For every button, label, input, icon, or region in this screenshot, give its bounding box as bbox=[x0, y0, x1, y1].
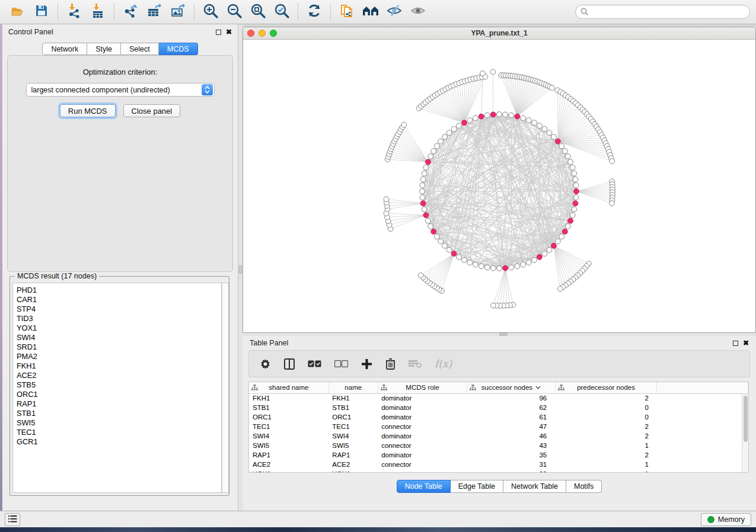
table-row[interactable]: SWI4SWI4dominator462 bbox=[249, 431, 748, 441]
table-row[interactable]: RAP1RAP1dominator352 bbox=[249, 450, 748, 460]
table-settings-gear-icon[interactable] bbox=[260, 358, 271, 370]
delete-column-icon[interactable] bbox=[385, 358, 395, 370]
memory-button[interactable]: Memory bbox=[701, 513, 751, 526]
network-node[interactable] bbox=[420, 177, 426, 182]
network-node[interactable] bbox=[562, 149, 567, 154]
float-table-panel-icon[interactable] bbox=[733, 341, 738, 346]
cell-name[interactable]: ACE2 bbox=[328, 460, 378, 469]
tab-select[interactable]: Select bbox=[121, 43, 159, 55]
import-network-button[interactable] bbox=[62, 2, 86, 22]
mcds-hub-node[interactable] bbox=[451, 251, 457, 257]
run-mcds-button[interactable]: Run MCDS bbox=[60, 104, 116, 117]
close-panel-icon[interactable]: ✖ bbox=[226, 30, 232, 35]
network-node[interactable] bbox=[491, 303, 496, 308]
mcds-hub-node[interactable] bbox=[431, 229, 436, 235]
network-titlebar[interactable]: YPA_prune.txt_1 bbox=[243, 27, 755, 40]
column-header-successor-nodes[interactable]: successor nodes bbox=[467, 382, 556, 393]
mcds-hub-node[interactable] bbox=[462, 120, 467, 126]
network-node[interactable] bbox=[556, 239, 561, 244]
network-node[interactable] bbox=[462, 257, 467, 262]
vertical-splitter-handle[interactable] bbox=[239, 265, 242, 274]
mcds-result-item[interactable]: TEC1 bbox=[17, 428, 221, 437]
network-node[interactable] bbox=[547, 248, 552, 253]
mcds-result-scrollbar[interactable] bbox=[222, 283, 229, 493]
cell-successor_nodes[interactable]: 62 bbox=[467, 403, 556, 412]
zoom-in-button[interactable] bbox=[199, 2, 222, 22]
network-node[interactable] bbox=[551, 134, 557, 140]
cell-mcds_role[interactable]: connector bbox=[378, 469, 467, 473]
network-node[interactable] bbox=[384, 197, 389, 202]
first-neighbors-button[interactable] bbox=[359, 2, 382, 22]
column-header-MCDS-role[interactable]: MCDS role bbox=[378, 382, 467, 393]
import-table-button[interactable] bbox=[86, 2, 110, 22]
cell-name[interactable]: YOX1 bbox=[328, 469, 378, 473]
mcds-result-item[interactable]: YOX1 bbox=[17, 323, 221, 333]
cell-shared_name[interactable]: YOX1 bbox=[249, 469, 328, 473]
network-node[interactable] bbox=[431, 149, 436, 154]
cell-predecessor_nodes[interactable]: 1 bbox=[555, 460, 657, 469]
mcds-result-item[interactable]: ACE2 bbox=[17, 371, 221, 380]
network-node[interactable] bbox=[446, 248, 452, 253]
unselect-all-columns-icon[interactable] bbox=[334, 360, 348, 367]
network-node[interactable] bbox=[479, 264, 484, 269]
network-node[interactable] bbox=[526, 260, 531, 265]
mcds-result-item[interactable]: CAR1 bbox=[17, 295, 221, 305]
network-node[interactable] bbox=[570, 165, 575, 170]
cell-name[interactable]: ORC1 bbox=[328, 412, 378, 422]
network-node[interactable] bbox=[438, 239, 444, 244]
close-panel-button[interactable]: Close panel bbox=[123, 104, 181, 117]
column-header-shared-name[interactable]: shared name bbox=[249, 382, 328, 393]
network-node[interactable] bbox=[426, 218, 431, 223]
select-all-columns-icon[interactable] bbox=[308, 360, 321, 367]
cell-predecessor_nodes[interactable]: 2 bbox=[555, 422, 657, 431]
network-node[interactable] bbox=[573, 177, 578, 182]
cell-mcds_role[interactable]: connector bbox=[378, 460, 467, 469]
mcds-hub-node[interactable] bbox=[573, 201, 578, 206]
cell-shared_name[interactable]: SWI4 bbox=[249, 431, 328, 441]
table-row[interactable]: TEC1TEC1connector472 bbox=[249, 422, 748, 431]
network-node[interactable] bbox=[547, 130, 552, 136]
cell-name[interactable]: SWI5 bbox=[328, 441, 378, 450]
float-panel-icon[interactable] bbox=[216, 30, 221, 35]
cell-successor_nodes[interactable]: 29 bbox=[467, 469, 556, 473]
mcds-result-item[interactable]: STP4 bbox=[17, 305, 221, 314]
network-node[interactable] bbox=[438, 139, 444, 144]
mcds-result-item[interactable]: RAP1 bbox=[17, 399, 221, 409]
mcds-hub-node[interactable] bbox=[426, 159, 431, 165]
zoom-selected-button[interactable] bbox=[270, 2, 294, 22]
open-session-button[interactable] bbox=[6, 2, 30, 22]
network-canvas[interactable] bbox=[243, 40, 755, 333]
cell-name[interactable]: SWI4 bbox=[328, 431, 378, 441]
cell-predecessor_nodes[interactable]: 0 bbox=[555, 412, 657, 422]
network-node[interactable] bbox=[526, 118, 531, 123]
cell-predecessor_nodes[interactable]: 2 bbox=[555, 431, 657, 441]
cell-name[interactable]: TEC1 bbox=[328, 422, 378, 431]
export-network-button[interactable] bbox=[119, 2, 142, 22]
network-node[interactable] bbox=[559, 234, 564, 239]
cell-name[interactable]: FKH1 bbox=[328, 393, 378, 403]
mcds-hub-node[interactable] bbox=[503, 265, 508, 271]
add-column-icon[interactable] bbox=[361, 358, 372, 370]
network-node[interactable] bbox=[559, 143, 564, 149]
mcds-result-item[interactable]: STB1 bbox=[17, 409, 221, 418]
table-tab-edge-table[interactable]: Edge Table bbox=[451, 480, 503, 493]
network-node[interactable] bbox=[442, 243, 448, 249]
cell-mcds_role[interactable]: connector bbox=[378, 422, 467, 431]
mcds-result-item[interactable]: PMA2 bbox=[17, 352, 221, 361]
network-node[interactable] bbox=[420, 189, 425, 194]
network-node[interactable] bbox=[565, 224, 570, 229]
cell-successor_nodes[interactable]: 46 bbox=[467, 431, 556, 441]
search-input[interactable] bbox=[575, 5, 750, 19]
cell-shared_name[interactable]: STB1 bbox=[249, 403, 328, 412]
table-row[interactable]: FKH1FKH1dominator962 bbox=[249, 393, 748, 403]
cell-shared_name[interactable]: ACE2 bbox=[249, 460, 328, 469]
network-node[interactable] bbox=[497, 112, 502, 117]
column-header-predecessor-nodes[interactable]: predecessor nodes bbox=[555, 382, 657, 393]
network-node[interactable] bbox=[542, 126, 547, 132]
table-row[interactable]: ACE2ACE2connector311 bbox=[249, 460, 748, 469]
cell-shared_name[interactable]: SWI5 bbox=[249, 441, 328, 450]
cell-predecessor_nodes[interactable]: 0 bbox=[555, 403, 657, 412]
mcds-result-item[interactable]: STB5 bbox=[17, 380, 221, 390]
mcds-result-item[interactable]: SRD1 bbox=[17, 342, 221, 352]
network-node[interactable] bbox=[532, 120, 537, 126]
